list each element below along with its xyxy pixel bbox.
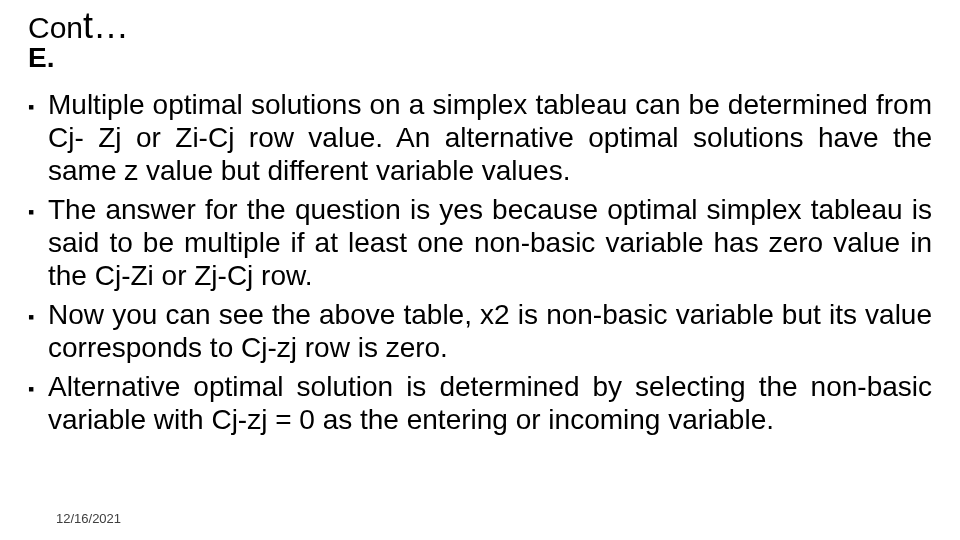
bullet-marker-icon: ▪ xyxy=(28,298,48,364)
section-label: E. xyxy=(28,42,54,74)
bullet-marker-icon: ▪ xyxy=(28,88,48,187)
body-content: ▪ Multiple optimal solutions on a simple… xyxy=(28,88,932,442)
bullet-marker-icon: ▪ xyxy=(28,370,48,436)
slide-title: Cont… xyxy=(28,6,129,46)
title-prefix: Con xyxy=(28,11,83,44)
bullet-item: ▪ Multiple optimal solutions on a simple… xyxy=(28,88,932,187)
bullet-text: Alternative optimal solution is determin… xyxy=(48,370,932,436)
footer-date: 12/16/2021 xyxy=(56,511,121,526)
bullet-item: ▪ The answer for the question is yes bec… xyxy=(28,193,932,292)
bullet-item: ▪ Now you can see the above table, x2 is… xyxy=(28,298,932,364)
slide: Cont… E. ▪ Multiple optimal solutions on… xyxy=(0,0,960,540)
title-suffix: t… xyxy=(83,5,129,46)
bullet-marker-icon: ▪ xyxy=(28,193,48,292)
bullet-text: Now you can see the above table, x2 is n… xyxy=(48,298,932,364)
bullet-text: Multiple optimal solutions on a simplex … xyxy=(48,88,932,187)
bullet-text: The answer for the question is yes becau… xyxy=(48,193,932,292)
bullet-item: ▪ Alternative optimal solution is determ… xyxy=(28,370,932,436)
